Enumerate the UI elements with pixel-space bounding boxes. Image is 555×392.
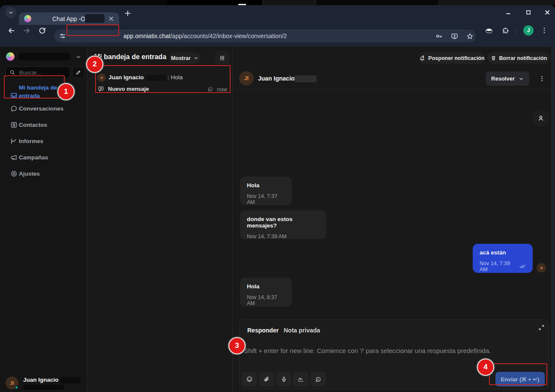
url-text: app.omniatix.chat/app/accounts/42/inbox-…	[123, 30, 287, 42]
conversation-name: Juan Ignacio	[108, 74, 144, 81]
double-check-icon	[519, 264, 526, 269]
person-icon	[537, 114, 545, 122]
top-strip-segment	[262, 0, 316, 5]
conversation-list-item[interactable]: JI Juan Ignacio : Hola Nuevo mensaje now	[87, 70, 233, 97]
message-bubble-outgoing: acá están Nov 14, 7:39 AM	[473, 244, 533, 273]
annotation-badge-4: 4	[477, 359, 494, 376]
emoji-icon	[246, 376, 253, 383]
conversation-status: Nuevo mensaje	[108, 86, 149, 92]
sliders-icon	[219, 55, 225, 61]
back-button[interactable]	[7, 27, 15, 35]
tab-close-icon[interactable]	[108, 15, 114, 22]
message-time-text: Nov 14, 7:39 AM	[480, 260, 517, 272]
inbox-icon	[10, 92, 18, 99]
tab-private-note[interactable]: Nota privada	[284, 327, 320, 334]
microphone-icon	[281, 376, 287, 383]
browser-profile-avatar[interactable]: J	[523, 25, 534, 36]
send-button[interactable]: Enviar (⌘ + ↵)	[495, 372, 545, 386]
expand-editor-icon[interactable]	[538, 324, 545, 331]
outgoing-message-avatar: JI	[537, 263, 546, 272]
chevron-down-icon[interactable]	[519, 76, 524, 81]
chevron-down-icon	[8, 10, 14, 15]
site-settings-icon[interactable]	[59, 33, 66, 39]
sidebar-item-reports[interactable]: Informes	[0, 133, 87, 149]
annotation-badge-3: 3	[228, 337, 246, 354]
conversation-time: now	[217, 86, 227, 93]
url-path: /app/accounts/42/inbox-view/conversation…	[171, 33, 287, 39]
workspace-logo[interactable]	[6, 52, 15, 61]
contact-avatar[interactable]: JI	[239, 71, 254, 86]
toolbar-divider	[516, 28, 516, 34]
sidebar-item-label: Ajustes	[19, 171, 40, 177]
reload-button[interactable]	[38, 27, 46, 35]
annotation-badge-2: 2	[86, 56, 103, 73]
sidebar-item-label: Campañas	[19, 154, 48, 161]
forward-button[interactable]	[23, 27, 31, 35]
message-time: Nov 14, 8:37 AM	[247, 294, 285, 306]
filter-dropdown[interactable]: Mostrar	[169, 52, 201, 64]
workspace-chevron-icon[interactable]	[75, 54, 81, 60]
contact-name[interactable]: Juan Ignacio	[258, 75, 295, 82]
sidebar-item-settings[interactable]: Ajustes	[0, 165, 87, 182]
snooze-notification-button[interactable]: Posponer notificación	[419, 52, 485, 64]
redacted-conversation-lastname	[146, 75, 166, 81]
redacted-contact-lastname	[294, 75, 317, 82]
sidebar-search[interactable]	[6, 66, 70, 78]
conversation-preview: : Hola	[168, 74, 183, 81]
window-close-button[interactable]	[544, 9, 551, 16]
sidebar-user-profile[interactable]: JI Juan Ignacio	[0, 373, 87, 392]
audio-record-button[interactable]	[276, 372, 291, 386]
search-input[interactable]	[18, 69, 61, 76]
favicon	[24, 15, 31, 22]
emoji-button[interactable]	[242, 372, 257, 386]
window-minimize-button[interactable]	[505, 9, 512, 16]
redacted-user-email	[23, 385, 64, 390]
new-tab-button[interactable]	[123, 9, 132, 18]
desktop-top-strip	[0, 0, 555, 5]
bookmark-star-icon[interactable]	[466, 33, 474, 40]
filter-label: Mostrar	[171, 55, 191, 61]
password-key-icon[interactable]	[435, 33, 443, 40]
conversation-menu-kebab-icon[interactable]	[538, 75, 546, 82]
browser-tab[interactable]: Chat App -OmniA	[19, 12, 119, 25]
contact-panel-toggle-button[interactable]	[532, 110, 549, 127]
extension-eye-icon[interactable]	[484, 27, 494, 35]
online-status-dot	[15, 386, 18, 389]
signature-button[interactable]	[293, 372, 309, 386]
pencil-icon	[75, 69, 81, 75]
sidebar-item-contacts[interactable]: Contactos	[0, 117, 87, 133]
whatsapp-options-button[interactable]	[310, 372, 326, 386]
tab-search-button[interactable]	[5, 7, 16, 18]
compose-button[interactable]	[72, 66, 85, 78]
message-time: Nov 14, 7:39 AM	[247, 233, 320, 239]
whatsapp-icon	[315, 376, 321, 383]
resolve-button[interactable]: Resolver	[486, 72, 529, 86]
chat-bubble-icon	[10, 105, 18, 112]
user-name: Juan Ignacio	[23, 377, 59, 383]
contact-card-icon	[10, 121, 18, 129]
contact-panel-strip	[552, 47, 555, 392]
url-host: app.omniatix.chat	[123, 33, 171, 39]
window-maximize-button[interactable]	[525, 9, 532, 16]
message-time: Nov 14, 7:37 AM	[247, 193, 285, 205]
message-input[interactable]: Shift + enter for new line. Comience con…	[244, 347, 544, 354]
resolve-button-label: Resolver	[491, 75, 515, 82]
url-bar[interactable]: app.omniatix.chat/app/accounts/42/inbox-…	[54, 30, 476, 42]
extensions-puzzle-icon[interactable]	[502, 27, 510, 35]
install-app-icon[interactable]	[451, 33, 458, 40]
snooze-button-label: Posponer notificación	[428, 55, 484, 61]
sidebar-item-campaigns[interactable]: Campañas	[0, 149, 87, 165]
trash-icon	[491, 55, 496, 61]
message-bubble-incoming: Hola Nov 14, 7:37 AM	[240, 177, 292, 205]
chat-app: Mi bandeja de entrada Conversaciones Con…	[0, 47, 555, 392]
chat-panel: Posponer notificación Borrar notificació…	[233, 47, 555, 392]
sidebar-item-conversations[interactable]: Conversaciones	[0, 100, 87, 117]
top-strip-segment	[167, 0, 262, 5]
attachment-button[interactable]	[259, 372, 274, 386]
browser-menu-kebab-icon[interactable]	[540, 27, 548, 34]
settings-icon	[10, 170, 18, 177]
tab-reply[interactable]: Responder	[247, 327, 279, 334]
display-options-button[interactable]	[215, 51, 229, 65]
delete-notification-button[interactable]: Borrar notificación	[487, 52, 550, 64]
snooze-bell-icon	[419, 55, 425, 61]
